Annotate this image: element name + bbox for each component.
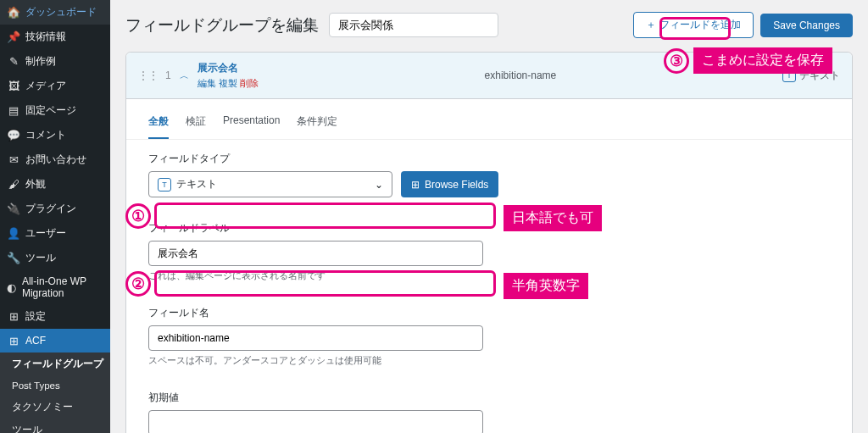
tab-validation[interactable]: 検証: [186, 109, 206, 139]
sidebar-item-label: 設定: [25, 309, 46, 324]
main-content: フィールドグループを編集 ＋フィールドを追加 Save Changes ⋮⋮ 1…: [110, 0, 868, 433]
user-icon: 👤: [7, 227, 20, 241]
add-field-button[interactable]: ＋フィールドを追加: [633, 12, 754, 38]
field-label-input[interactable]: [148, 241, 483, 266]
drag-handle-icon[interactable]: ⋮⋮: [138, 69, 159, 81]
page-header: フィールドグループを編集 ＋フィールドを追加 Save Changes: [125, 0, 853, 52]
sidebar-item-label: ツール: [12, 424, 42, 433]
settings-icon: ⊞: [7, 310, 20, 324]
pages-icon: ▤: [7, 104, 20, 118]
sidebar-item-label: 制作例: [25, 54, 56, 69]
sidebar-item-settings[interactable]: ⊞設定: [0, 304, 110, 329]
tab-general[interactable]: 全般: [148, 109, 169, 139]
dashboard-icon: 🏠: [7, 6, 20, 19]
sidebar-item-label: お問い合わせ: [25, 153, 86, 167]
default-value-input[interactable]: [148, 410, 483, 433]
field-name-label: フィールド名: [148, 306, 830, 320]
sidebar-sub-taxonomies[interactable]: タクソノミー: [0, 396, 110, 419]
text-type-icon: T: [782, 69, 796, 82]
sidebar-item-contact[interactable]: ✉お問い合わせ: [0, 147, 110, 172]
field-tabs: 全般 検証 Presentation 条件判定: [126, 99, 852, 140]
browse-fields-label: Browse Fields: [425, 179, 488, 191]
grid-icon: ⊞: [411, 179, 420, 191]
pencil-icon: ✎: [7, 55, 20, 69]
sidebar-item-label: ACF: [25, 335, 46, 347]
field-slug: exhibition-name: [485, 69, 557, 81]
group-title-input[interactable]: [329, 13, 498, 37]
browse-fields-button[interactable]: ⊞Browse Fields: [401, 171, 498, 197]
sidebar-item-label: 技術情報: [25, 30, 66, 44]
delete-link[interactable]: 削除: [240, 78, 259, 88]
admin-sidebar: 🏠ダッシュボード 📌技術情報 ✎制作例 🖾メディア ▤固定ページ 💬コメント ✉…: [0, 0, 110, 433]
sidebar-item-label: ツール: [25, 251, 56, 265]
sidebar-sub-field-groups[interactable]: フィールドグループ: [0, 353, 110, 375]
field-label-help: これは、編集ページに表示される名前です: [148, 269, 830, 282]
field-row-header[interactable]: ⋮⋮ 1 ︿ 展示会名 編集 複製 削除 exhibition-name Tテキ…: [126, 53, 852, 99]
field-order: 1: [165, 69, 171, 81]
field-type-label: テキスト: [799, 69, 840, 83]
edit-link[interactable]: 編集: [198, 78, 216, 88]
sidebar-item-plugins[interactable]: 🔌プラグイン: [0, 197, 110, 221]
duplicate-link[interactable]: 複製: [219, 78, 237, 88]
add-field-label: フィールドを追加: [659, 18, 741, 32]
sidebar-item-label: メディア: [25, 79, 66, 93]
field-type-value: テキスト: [176, 177, 217, 192]
save-changes-button[interactable]: Save Changes: [760, 14, 853, 37]
sidebar-item-label: ユーザー: [25, 226, 66, 241]
tool-icon: 🔧: [7, 252, 20, 265]
sidebar-submenu: フィールドグループ Post Types タクソノミー ツール: [0, 353, 110, 433]
field-label-label: フィールドラベル: [148, 221, 830, 236]
sidebar-item-dashboard[interactable]: 🏠ダッシュボード: [0, 0, 110, 25]
field-name-help: スペースは不可。アンダースコアとダッシュは使用可能: [148, 354, 830, 367]
mail-icon: ✉: [7, 153, 20, 167]
field-type-label-text: フィールドタイプ: [148, 152, 830, 166]
sidebar-item-label: All-in-One WP Migration: [22, 275, 103, 299]
sidebar-sub-post-types[interactable]: Post Types: [0, 375, 110, 396]
plus-icon: ＋: [646, 18, 656, 32]
sidebar-sub-tools[interactable]: ツール: [0, 419, 110, 433]
sidebar-item-tools[interactable]: 🔧ツール: [0, 246, 110, 270]
sidebar-item-label: ダッシュボード: [25, 5, 97, 19]
sidebar-item-pages[interactable]: ▤固定ページ: [0, 98, 110, 123]
field-title[interactable]: 展示会名: [198, 61, 259, 75]
comment-icon: 💬: [7, 129, 20, 142]
field-type-indicator: Tテキスト: [782, 69, 840, 83]
tab-presentation[interactable]: Presentation: [223, 109, 280, 139]
page-title: フィールドグループを編集: [125, 14, 319, 36]
text-type-icon: T: [158, 178, 171, 192]
sidebar-item-label: プラグイン: [25, 202, 76, 216]
chevron-down-icon: ⌄: [375, 179, 383, 191]
media-icon: 🖾: [7, 80, 20, 93]
sidebar-item-comments[interactable]: 💬コメント: [0, 123, 110, 147]
pin-icon: 📌: [7, 31, 20, 44]
default-value-label: 初期値: [148, 391, 830, 405]
chevron-up-icon[interactable]: ︿: [180, 69, 189, 82]
plugin-icon: 🔌: [7, 203, 20, 216]
brush-icon: 🖌: [7, 178, 20, 192]
sidebar-item-media[interactable]: 🖾メディア: [0, 74, 110, 98]
acf-icon: ⊞: [7, 334, 20, 347]
sidebar-item-label: 固定ページ: [25, 103, 76, 118]
sidebar-item-label: フィールドグループ: [12, 358, 103, 370]
sidebar-item-appearance[interactable]: 🖌外観: [0, 172, 110, 197]
sidebar-item-label: コメント: [25, 128, 66, 142]
sidebar-item-migration[interactable]: ◐All-in-One WP Migration: [0, 270, 110, 304]
field-card: ⋮⋮ 1 ︿ 展示会名 編集 複製 削除 exhibition-name Tテキ…: [125, 52, 853, 433]
sidebar-item-works[interactable]: ✎制作例: [0, 49, 110, 74]
field-type-select[interactable]: Tテキスト ⌄: [148, 171, 392, 197]
field-actions: 編集 複製 削除: [198, 77, 259, 90]
sidebar-item-users[interactable]: 👤ユーザー: [0, 221, 110, 246]
sidebar-item-acf[interactable]: ⊞ACF: [0, 329, 110, 353]
sidebar-item-tech[interactable]: 📌技術情報: [0, 25, 110, 49]
field-name-input[interactable]: [148, 325, 483, 351]
tab-conditional[interactable]: 条件判定: [297, 109, 337, 139]
globe-icon: ◐: [7, 280, 17, 294]
sidebar-item-label: 外観: [25, 177, 46, 192]
sidebar-item-label: タクソノミー: [12, 401, 73, 414]
sidebar-item-label: Post Types: [12, 380, 60, 391]
